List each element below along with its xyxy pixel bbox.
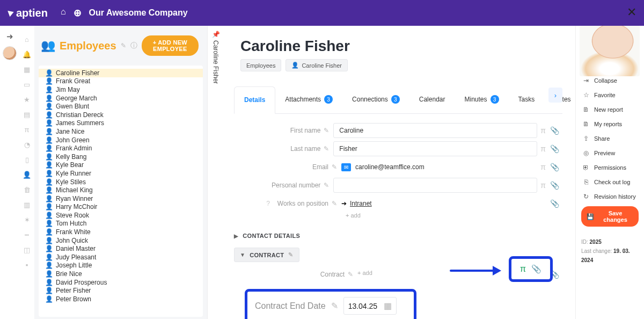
horse-icon[interactable]: π: [540, 126, 546, 135]
tab-details[interactable]: Details: [234, 86, 275, 114]
employee-item[interactable]: 👤Daniel Master: [39, 244, 203, 253]
tab-tasks[interactable]: Tasks: [509, 86, 545, 113]
horse-icon[interactable]: π: [540, 181, 546, 190]
tab-attachments[interactable]: Attachments3: [275, 86, 342, 113]
module-icon[interactable]: ▪: [26, 261, 28, 271]
employee-item[interactable]: 👤Kyle Stiles: [39, 178, 203, 186]
action-permissions[interactable]: ⛨Permissions: [581, 161, 639, 174]
employee-item[interactable]: 👤Peter Brown: [39, 295, 203, 303]
action-my-reports[interactable]: 🗎My reports: [581, 118, 639, 130]
add-employee-button[interactable]: + ADD NEW EMPLOYEE: [142, 35, 199, 56]
module-icon[interactable]: ◔: [24, 141, 30, 150]
employee-item[interactable]: 👤Michael King: [39, 186, 203, 194]
position-link[interactable]: Intranet: [350, 200, 372, 207]
tab-connections[interactable]: Connections3: [342, 86, 409, 113]
attach-icon[interactable]: 📎: [550, 199, 559, 208]
employee-item[interactable]: 👤Steve Rook: [39, 211, 203, 220]
module-icon[interactable]: ★: [24, 96, 30, 105]
employee-item[interactable]: 👤Joseph Little: [39, 262, 203, 270]
module-icon[interactable]: ┅: [25, 231, 29, 241]
pencil-icon[interactable]: ✎: [324, 145, 329, 153]
action-preview[interactable]: ◎Preview: [581, 147, 639, 160]
employee-item[interactable]: 👤Caroline Fisher: [39, 69, 203, 77]
module-icon[interactable]: 🔔: [23, 50, 31, 60]
action-new-report[interactable]: 🗎New report: [581, 103, 639, 116]
employee-item[interactable]: 👤Tom Hutch: [39, 220, 203, 228]
help-icon[interactable]: ?: [266, 200, 270, 207]
module-icon[interactable]: ▦: [24, 66, 30, 75]
attach-icon[interactable]: 📎: [550, 126, 559, 135]
tab-calendar[interactable]: Calendar: [409, 86, 455, 113]
pencil-icon[interactable]: ✎: [288, 251, 293, 258]
attach-icon[interactable]: 📎: [531, 264, 541, 274]
profile-photo[interactable]: [580, 26, 640, 76]
horse-icon[interactable]: π: [540, 144, 546, 153]
employee-item[interactable]: 👤Peter Fisher: [39, 286, 203, 295]
employee-item[interactable]: 👤David Prosperous: [39, 278, 203, 287]
attach-icon[interactable]: 📎: [550, 144, 559, 153]
module-icon[interactable]: 🗑: [24, 186, 31, 195]
action-revision-history[interactable]: ↻Revision history: [581, 190, 639, 203]
add-link[interactable]: + add: [234, 212, 562, 219]
employee-item[interactable]: 👤Harry McChoir: [39, 203, 203, 212]
contract-end-date-input[interactable]: 13.04.25 ▦: [343, 297, 397, 315]
module-icon[interactable]: 👤: [23, 171, 31, 180]
action-check-out-log[interactable]: ⎘Check out log: [581, 176, 639, 189]
enter-icon[interactable]: ➜: [3, 30, 16, 43]
logo[interactable]: aptien: [9, 7, 48, 19]
tab-next-button[interactable]: ›: [548, 88, 562, 103]
action-share[interactable]: ⇪Share: [581, 132, 639, 145]
my-avatar[interactable]: [3, 46, 17, 60]
employee-item[interactable]: 👤Frank White: [39, 228, 203, 236]
pencil-icon[interactable]: ✎: [121, 42, 126, 49]
module-icon[interactable]: ▤: [24, 111, 30, 120]
save-button[interactable]: 💾Save changes: [581, 206, 639, 227]
pencil-icon[interactable]: ✎: [348, 271, 353, 278]
home-icon[interactable]: ⌂: [61, 7, 66, 19]
employee-item[interactable]: 👤Ryan Winner: [39, 194, 203, 203]
employee-item[interactable]: 👤Christian Dereck: [39, 111, 203, 119]
employee-item[interactable]: 👤Kyle Runner: [39, 169, 203, 178]
module-icon[interactable]: ▯: [25, 156, 29, 165]
employee-item[interactable]: 👤Jane Nice: [39, 127, 203, 136]
module-icon[interactable]: ✶: [24, 216, 30, 226]
employee-item[interactable]: 👤John Green: [39, 136, 203, 144]
attach-icon[interactable]: 📎: [550, 163, 559, 171]
contract-section[interactable]: ▼CONTRACT✎: [234, 248, 299, 262]
employee-item[interactable]: 👤Frank Great: [39, 77, 203, 86]
attach-icon[interactable]: 📎: [550, 181, 559, 190]
employee-item[interactable]: 👤Gwen Blunt: [39, 102, 203, 111]
module-icon[interactable]: ▥: [24, 201, 30, 211]
personal-number-input[interactable]: [333, 178, 537, 193]
pencil-icon[interactable]: ✎: [331, 301, 338, 311]
close-icon[interactable]: ✕: [627, 5, 636, 19]
contact-details-section[interactable]: ▶CONTACT DETAILS: [234, 229, 562, 242]
pencil-icon[interactable]: ✎: [332, 163, 337, 171]
info-icon[interactable]: ⓘ: [130, 41, 137, 50]
employee-item[interactable]: 👤James Summers: [39, 119, 203, 128]
module-icon[interactable]: π: [25, 126, 30, 135]
add-icon[interactable]: ⊕: [74, 7, 82, 19]
module-icon[interactable]: ◫: [24, 246, 30, 256]
employee-item[interactable]: 👤Brie Nice: [39, 270, 203, 278]
first-name-input[interactable]: [333, 123, 537, 138]
breadcrumb-person[interactable]: 👤Caroline Fisher: [286, 59, 348, 71]
employee-item[interactable]: 👤John Quick: [39, 236, 203, 245]
tab-minutes[interactable]: Minutes3: [455, 86, 508, 113]
employee-item[interactable]: 👤Judy Pleasant: [39, 253, 203, 262]
calendar-icon[interactable]: ▦: [384, 301, 392, 311]
employee-item[interactable]: 👤Kelly Bang: [39, 153, 203, 161]
pencil-icon[interactable]: ✎: [324, 182, 329, 189]
last-name-input[interactable]: [333, 141, 537, 156]
pencil-icon[interactable]: ✎: [332, 200, 337, 207]
horse-icon[interactable]: π: [520, 264, 526, 274]
module-icon[interactable]: ▭: [24, 81, 30, 90]
employee-item[interactable]: 👤Jim May: [39, 85, 203, 94]
employee-item[interactable]: 👤George March: [39, 94, 203, 103]
email-value[interactable]: caroline@teamffice.com: [355, 163, 425, 171]
breadcrumb-employees[interactable]: Employees: [240, 59, 281, 71]
employee-item[interactable]: 👤Kyle Bear: [39, 161, 203, 170]
record-spine[interactable]: 📌Caroline Fisher: [207, 26, 223, 319]
action-favorite[interactable]: ☆Favorite: [581, 89, 639, 102]
employee-item[interactable]: 👤Frank Admin: [39, 144, 203, 153]
